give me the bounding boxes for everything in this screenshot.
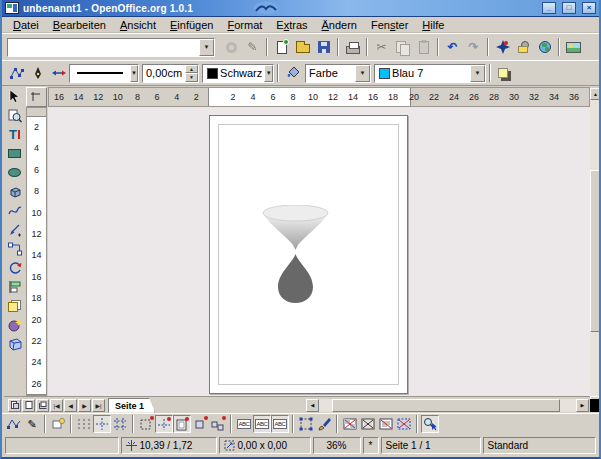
lines-arrows-tool-button[interactable] [4,220,25,239]
edit-points-mode-button[interactable] [5,415,23,433]
titlebar[interactable]: unbenannt1 - OpenOffice.org 1.0.1 _ □ × [2,0,599,17]
previous-page-button[interactable]: ◀ [64,399,77,412]
snap-to-object-border-button[interactable] [191,415,209,433]
undo-button[interactable]: ↶ [442,37,463,58]
stylist-button[interactable] [513,37,534,58]
line-pen-button[interactable] [27,63,48,84]
fill-style-button[interactable] [282,63,303,84]
status-size-cell[interactable]: 0,00 x 0,00 [219,437,311,454]
grid-visible-button[interactable] [75,415,93,433]
edit-points-button[interactable] [6,63,27,84]
line-color-dropdown-arrow-icon[interactable]: ▼ [264,65,273,82]
print-button[interactable] [342,37,363,58]
drawing-canvas[interactable] [48,107,590,396]
arrow-ends-button[interactable] [48,63,69,84]
modify-with-attributes-button[interactable] [315,415,333,433]
alignment-tool-button[interactable] [4,277,25,296]
select-tool-button[interactable] [4,87,25,106]
ellipse-tool-button[interactable] [4,163,25,182]
open-button[interactable] [292,37,313,58]
scroll-right-icon[interactable]: ▶ [576,399,589,412]
line-contour-button[interactable] [395,415,413,433]
snap-to-grid-button[interactable] [93,415,111,433]
close-button[interactable]: × [582,2,596,14]
app-icon[interactable] [5,2,19,14]
effects-tool-button[interactable] [4,315,25,334]
paste-button[interactable] [413,37,434,58]
first-page-button[interactable]: |◀ [50,399,63,412]
v-scroll-thumb[interactable] [590,170,601,332]
menu-item[interactable]: Format [220,18,269,32]
double-click-edit-button[interactable]: ABC [271,415,289,433]
view-splitter-handle[interactable] [590,399,601,412]
guides-when-moving-button[interactable] [137,415,155,433]
line-width-spinner[interactable]: 0,00cm ▲ ▼ [142,64,199,83]
spin-down-icon[interactable]: ▼ [185,73,198,82]
objects-3d-tool-button[interactable] [4,182,25,201]
select-text-area-button[interactable]: ABC [253,415,271,433]
hyperlink-button[interactable] [534,37,555,58]
direct-edit-button[interactable]: ✎ [23,415,41,433]
status-modified-cell[interactable]: * [363,437,379,454]
line-style-combobox[interactable]: ▼ [69,64,139,83]
shadow-button[interactable] [494,63,515,84]
maximize-button[interactable]: □ [562,2,576,14]
stop-loading-button[interactable] [221,37,242,58]
rotate-tool-button[interactable] [4,258,25,277]
contour-mode-button[interactable] [359,415,377,433]
picture-placeholder-button[interactable] [341,415,359,433]
scroll-up-icon[interactable]: ▲ [590,88,601,100]
guides-visible-button[interactable] [111,415,129,433]
menu-item[interactable]: Extras [269,18,314,32]
redo-button[interactable]: ↷ [463,37,484,58]
line-width-value[interactable]: 0,00cm [143,65,185,82]
snap-to-guides-button[interactable] [155,415,173,433]
curve-tool-button[interactable] [4,201,25,220]
controller-3d-tool-button[interactable] [4,334,25,353]
simple-handles-button[interactable] [297,415,315,433]
menu-item[interactable]: Einfügen [163,18,220,32]
menu-item[interactable]: Hilfe [415,18,451,32]
arrange-tool-button[interactable] [4,296,25,315]
funnel-drop-drawing[interactable] [262,205,329,304]
drawing-page[interactable] [209,115,408,394]
spin-up-icon[interactable]: ▲ [185,65,198,74]
quick-edit-button[interactable]: ABC [235,415,253,433]
edit-file-button[interactable]: ✎ [242,37,263,58]
line-color-combobox[interactable]: Schwarz ▼ [202,64,274,83]
page-mode-button[interactable] [8,399,21,412]
status-zoom-cell[interactable]: 36% [313,437,361,454]
scroll-left-icon[interactable]: ◀ [306,399,319,412]
url-dropdown-arrow-icon[interactable]: ▼ [199,39,214,56]
zoom-tool-button[interactable] [4,106,25,125]
next-page-button[interactable]: ▶ [78,399,91,412]
horizontal-scrollbar[interactable]: ◀ ▶ [306,398,601,412]
menu-item[interactable]: Fenster [364,18,415,32]
connector-tool-button[interactable] [4,239,25,258]
snap-to-object-points-button[interactable] [209,415,227,433]
line-style-dropdown-arrow-icon[interactable]: ▼ [130,65,138,82]
fill-color-combobox[interactable]: Blau 7 ▼ [374,64,486,83]
layer-mode-button[interactable] [36,399,49,412]
horizontal-ruler[interactable]: 161412108642 24681012141618 202224262830… [48,87,590,107]
status-style-cell[interactable]: Standard [483,437,597,454]
status-page-cell[interactable]: Seite 1 / 1 [381,437,481,454]
snap-to-margins-button[interactable] [173,415,191,433]
zoom-pointer-button[interactable] [421,415,439,433]
page-tab-seite-1[interactable]: Seite 1 [108,398,155,413]
new-document-button[interactable] [271,37,292,58]
fill-type-combobox[interactable]: Farbe ▼ [305,64,371,83]
menu-item[interactable]: Ändern [315,18,364,32]
menu-item[interactable]: Datei [6,18,46,32]
fill-type-dropdown-arrow-icon[interactable]: ▼ [355,65,370,82]
minimize-button[interactable]: _ [542,2,556,14]
glue-points-button[interactable] [49,415,67,433]
save-button[interactable] [313,37,334,58]
gallery-button[interactable] [563,37,584,58]
menu-item[interactable]: Ansicht [113,18,163,32]
text-tool-button[interactable]: T [4,125,25,144]
url-combobox[interactable]: ▼ [7,38,215,57]
copy-button[interactable] [392,37,413,58]
master-mode-button[interactable] [22,399,35,412]
navigator-button[interactable] [492,37,513,58]
